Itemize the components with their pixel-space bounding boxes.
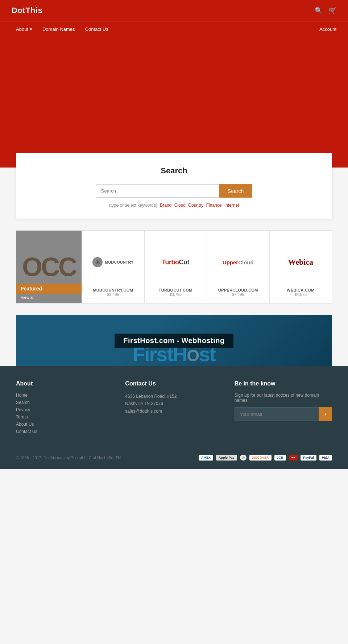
footer-link-contact-us[interactable]: Contact Us xyxy=(16,429,113,434)
nav-right: Account xyxy=(319,21,336,37)
footer-address-line1: 4636 Lebanon Road, #152 xyxy=(125,394,177,399)
featured-section: OCC Featured View all ✳ MUDCOUNTRY MUDCO… xyxy=(16,230,332,304)
header-top: DotThis 🔍 🛒 xyxy=(0,0,348,21)
mastercard-icon: ●● xyxy=(289,455,298,461)
payment-icons: AMEX Apple Pay ◎ DISCOVER JCB ●● PayPal … xyxy=(199,455,332,461)
search-title: Search xyxy=(30,166,318,176)
hero-banner xyxy=(0,37,348,168)
tag-brand[interactable]: Brand xyxy=(160,203,171,208)
banner-title: FirstHost.com - Webhosting xyxy=(115,334,233,348)
domain-card-webica[interactable]: Webica WEBICA.COM $4,875 xyxy=(269,231,332,303)
search-icon[interactable]: 🔍 xyxy=(315,7,323,15)
nav-about[interactable]: About ▾ xyxy=(12,21,37,37)
amex-icon: AMEX xyxy=(199,455,213,461)
search-tags-prefix: (type or select keywords) xyxy=(109,203,157,208)
tag-internet[interactable]: Internet xyxy=(224,203,239,208)
domain-logo-mudcountry: ✳ MUDCOUNTRY xyxy=(86,239,140,285)
banner-section[interactable]: FirstHOst FirstHost.com - Webhosting xyxy=(16,315,332,366)
footer-about-col: About Home Search Privacy Terms About Us… xyxy=(16,380,113,436)
footer-about-heading: About xyxy=(16,380,113,387)
tag-finance[interactable]: Finance xyxy=(206,203,222,208)
footer-address-line2: Nashville TN 37076 xyxy=(125,401,163,406)
featured-main-card[interactable]: OCC Featured View all xyxy=(16,231,82,303)
newsletter-form: › xyxy=(235,407,332,421)
newsletter-email-input[interactable] xyxy=(235,407,319,421)
nav-contact-us[interactable]: Contact Us xyxy=(81,21,113,37)
domain-name-mudcountry: MUDCOUNTRY.COM $3,495 xyxy=(93,285,133,297)
nav-left: About ▾ Domain Names Contact Us xyxy=(12,21,113,37)
nav-domain-names[interactable]: Domain Names xyxy=(38,21,79,37)
domain-logo-turbocut: TurboCut xyxy=(149,239,203,285)
newsletter-submit-button[interactable]: › xyxy=(319,407,332,421)
footer-contact-col: Contact Us 4636 Lebanon Road, #152 Nashv… xyxy=(125,380,223,436)
domain-card-uppercloud[interactable]: UpperCloud UPPERCLOUD.COM $7,495 xyxy=(207,231,269,303)
footer-contact-heading: Contact Us xyxy=(125,380,223,387)
footer-bottom: © 1998 - 2017, Dotthis.com by Tricraft L… xyxy=(16,448,332,461)
footer-newsletter-col: Be in the know Sign up for our latest no… xyxy=(235,380,332,436)
apple-pay-icon: Apple Pay xyxy=(216,455,237,461)
domain-name-webica: WEBICA.COM $4,875 xyxy=(287,285,314,297)
domain-logo-webica: Webica xyxy=(274,239,328,285)
footer-address: 4636 Lebanon Road, #152 Nashville TN 370… xyxy=(125,393,223,415)
tag-country[interactable]: Country xyxy=(188,203,203,208)
paypal-icon: PayPal xyxy=(301,455,316,461)
domain-name-turbocut: TURBOCUT.COM $3,795 xyxy=(159,285,192,297)
site-logo[interactable]: DotThis xyxy=(12,6,42,15)
banner-bg: FirstHOst FirstHost.com - Webhosting xyxy=(16,315,332,366)
featured-view-all[interactable]: View all xyxy=(16,294,82,303)
footer-link-privacy[interactable]: Privacy xyxy=(16,407,113,412)
search-tags: (type or select keywords) Brand Cloud Co… xyxy=(30,203,318,208)
chevron-down-icon: ▾ xyxy=(30,26,32,32)
domain-card-mudcountry[interactable]: ✳ MUDCOUNTRY MUDCOUNTRY.COM $3,495 xyxy=(82,231,144,303)
search-button[interactable]: Search xyxy=(219,184,252,198)
footer-link-home[interactable]: Home xyxy=(16,393,113,398)
footer-columns: About Home Search Privacy Terms About Us… xyxy=(16,380,332,436)
featured-grid: OCC Featured View all ✳ MUDCOUNTRY MUDCO… xyxy=(16,230,332,304)
search-input[interactable] xyxy=(96,184,219,198)
footer-copyright: © 1998 - 2017, Dotthis.com by Tricraft L… xyxy=(16,455,121,460)
footer-link-about-us[interactable]: About Us xyxy=(16,422,113,427)
footer-newsletter-heading: Be in the know xyxy=(235,380,332,387)
domain-logo-uppercloud: UpperCloud xyxy=(211,239,265,285)
cart-icon[interactable]: 🛒 xyxy=(328,7,336,15)
domain-name-uppercloud: UPPERCLOUD.COM $7,495 xyxy=(218,285,258,297)
search-section: Search Search (type or select keywords) … xyxy=(16,153,332,219)
discover-icon: DISCOVER xyxy=(249,455,272,461)
footer: About Home Search Privacy Terms About Us… xyxy=(0,366,348,469)
sun-icon: ✳ xyxy=(92,257,103,267)
jcb-icon: JCB xyxy=(274,455,286,461)
visa-icon: VISA xyxy=(319,455,332,461)
domain-card-turbocut[interactable]: TurboCut TURBOCUT.COM $3,795 xyxy=(144,231,207,303)
featured-label: Featured xyxy=(16,284,82,294)
diners-icon: ◎ xyxy=(240,455,246,461)
header-icon-group: 🔍 🛒 xyxy=(315,7,336,15)
footer-link-search[interactable]: Search xyxy=(16,400,113,405)
footer-link-terms[interactable]: Terms xyxy=(16,414,113,420)
nav-account[interactable]: Account xyxy=(319,21,336,37)
footer-newsletter-sub: Sign up for our latest notices of new do… xyxy=(235,393,332,403)
main-nav: About ▾ Domain Names Contact Us Account xyxy=(0,21,348,37)
tag-cloud[interactable]: Cloud xyxy=(174,203,186,208)
search-bar: Search xyxy=(30,184,318,198)
footer-email[interactable]: sales@dotthis.com xyxy=(125,409,162,414)
